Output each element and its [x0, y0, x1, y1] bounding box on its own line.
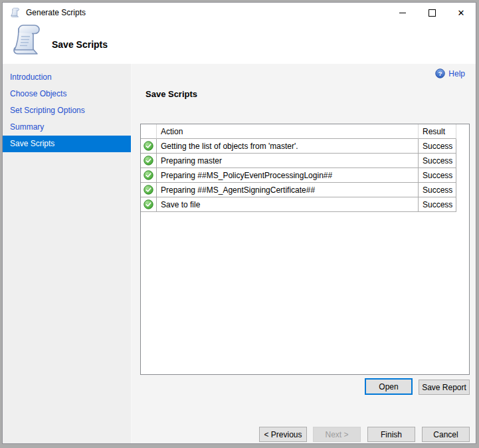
- table-row[interactable]: Preparing master Success: [141, 154, 456, 168]
- finish-button[interactable]: Finish: [367, 427, 415, 442]
- window-controls: ✕: [388, 3, 476, 23]
- sidebar-item-set-scripting-options[interactable]: Set Scripting Options: [3, 102, 131, 119]
- cancel-button[interactable]: Cancel: [422, 427, 470, 442]
- action-cell: Save to file: [157, 197, 419, 212]
- sidebar-item-choose-objects[interactable]: Choose Objects: [3, 86, 131, 102]
- close-button[interactable]: ✕: [446, 3, 476, 23]
- main-panel: ? Help Save Scripts Action Result: [132, 64, 476, 443]
- wizard-header: Save Scripts: [3, 23, 476, 64]
- action-cell: Preparing ##MS_PolicyEventProcessingLogi…: [157, 168, 419, 183]
- sidebar-item-save-scripts[interactable]: Save Scripts: [3, 136, 131, 152]
- maximize-button[interactable]: [417, 3, 446, 23]
- minimize-icon: [399, 13, 406, 13]
- section-title: Save Scripts: [145, 89, 197, 99]
- next-button: Next >: [313, 427, 361, 442]
- window-title: Generate Scripts: [26, 8, 86, 17]
- close-icon: ✕: [458, 9, 465, 17]
- help-link[interactable]: ? Help: [435, 68, 465, 78]
- sidebar-item-summary[interactable]: Summary: [3, 119, 131, 136]
- action-column-header[interactable]: Action: [157, 124, 419, 139]
- result-cell: Success: [419, 168, 456, 183]
- action-cell: Preparing master: [157, 154, 419, 168]
- success-check-icon: [144, 156, 153, 166]
- result-column-header[interactable]: Result: [419, 124, 456, 139]
- result-cell: Success: [419, 154, 456, 168]
- svg-text:?: ?: [438, 70, 442, 77]
- success-check-icon: [144, 141, 153, 151]
- generate-scripts-window: Generate Scripts ✕ Save Scripts Introduc…: [2, 2, 476, 444]
- success-check-icon: [144, 185, 153, 195]
- help-label: Help: [448, 69, 465, 78]
- title-bar[interactable]: Generate Scripts ✕: [3, 3, 476, 23]
- table-header-row: Action Result: [141, 124, 456, 139]
- result-cell: Success: [419, 197, 456, 212]
- table-row[interactable]: Save to file Success: [141, 197, 456, 212]
- save-report-button[interactable]: Save Report: [419, 380, 470, 395]
- wizard-steps-sidebar: Introduction Choose Objects Set Scriptin…: [3, 64, 132, 443]
- action-cell: Getting the list of objects from 'master…: [157, 139, 419, 154]
- result-cell: Success: [419, 183, 456, 197]
- sidebar-item-introduction[interactable]: Introduction: [3, 69, 131, 86]
- page-title: Save Scripts: [52, 39, 108, 50]
- status-column-header[interactable]: [141, 124, 157, 139]
- table-row[interactable]: Preparing ##MS_AgentSigningCertificate##…: [141, 183, 456, 197]
- table-row[interactable]: Preparing ##MS_PolicyEventProcessingLogi…: [141, 168, 456, 183]
- previous-button[interactable]: < Previous: [259, 427, 307, 442]
- scroll-icon: [10, 7, 21, 18]
- scroll-icon: [10, 23, 45, 56]
- minimize-button[interactable]: [388, 3, 417, 23]
- open-button[interactable]: Open: [365, 378, 413, 395]
- success-check-icon: [144, 199, 153, 209]
- maximize-icon: [429, 9, 436, 17]
- table-row[interactable]: Getting the list of objects from 'master…: [141, 139, 456, 154]
- results-table: Action Result Getting the list of object…: [140, 124, 470, 375]
- result-cell: Success: [419, 139, 456, 154]
- action-cell: Preparing ##MS_AgentSigningCertificate##: [157, 183, 419, 197]
- help-icon: ?: [435, 68, 445, 78]
- success-check-icon: [144, 170, 153, 180]
